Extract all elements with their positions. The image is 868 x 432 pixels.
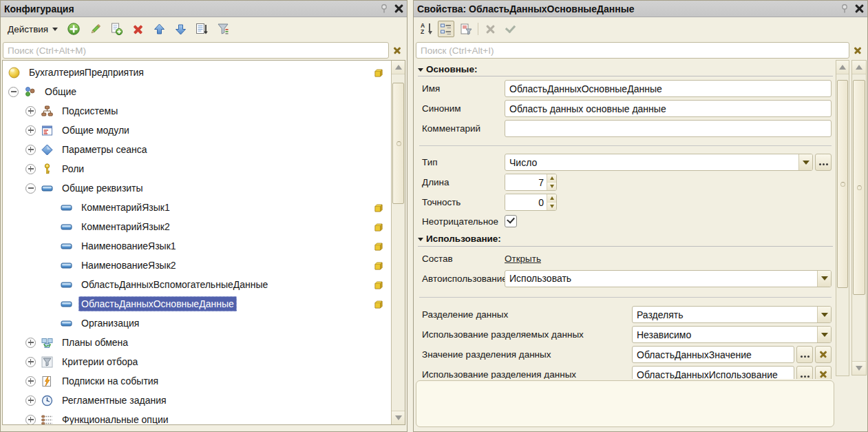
tree-item-scheduled-jobs[interactable]: Регламентные задания <box>3 391 391 410</box>
tree-item-exchange-plans[interactable]: Планы обмена <box>3 333 391 352</box>
tree-scroll-thumb[interactable] <box>392 83 404 204</box>
delete-button[interactable] <box>129 21 146 37</box>
move-up-button[interactable] <box>151 21 167 37</box>
filter-button[interactable] <box>215 21 231 37</box>
close-icon[interactable] <box>394 4 403 13</box>
scroll-up-icon[interactable] <box>392 61 405 74</box>
tree-item-session-parameters[interactable]: Параметры сеанса <box>3 140 391 159</box>
order-list-button[interactable] <box>193 21 210 37</box>
chevron-down-icon[interactable] <box>798 154 812 170</box>
scroll-up-icon[interactable] <box>836 61 849 74</box>
spin-up-icon[interactable] <box>547 174 556 183</box>
properties-inner-thumb[interactable] <box>837 80 848 288</box>
synonym-input[interactable] <box>505 100 832 117</box>
search-clear-icon[interactable] <box>393 46 402 55</box>
tree-item-common-modules[interactable]: Общие модули <box>3 121 391 140</box>
separation-value-ellipsis-button[interactable] <box>796 346 813 363</box>
tree-item-subsystems[interactable]: Подсистемы <box>3 101 391 121</box>
open-content-link[interactable]: Открыть <box>505 254 541 264</box>
section-main[interactable]: Основные: <box>418 63 833 76</box>
tree-item-attribute-selected[interactable]: ОбластьДанныхОсновныеДанные <box>3 294 391 313</box>
sort-alphabetical-button[interactable]: AZ <box>418 21 434 37</box>
attribute-pill-icon <box>61 240 72 252</box>
precision-input[interactable] <box>505 194 547 210</box>
tree-item-common-attributes[interactable]: Общие реквизиты <box>3 178 391 198</box>
expand-icon[interactable] <box>25 338 36 348</box>
expand-icon[interactable] <box>25 145 36 155</box>
separation-use-input[interactable] <box>632 366 794 379</box>
properties-toolbar: AZ <box>414 17 867 41</box>
tree-item-roles[interactable]: Роли <box>3 159 391 178</box>
event-subscriptions-icon <box>41 376 53 387</box>
comment-input[interactable] <box>505 120 832 137</box>
properties-outer-track[interactable] <box>852 74 866 361</box>
expand-icon[interactable] <box>25 125 36 136</box>
sort-categories-button[interactable] <box>438 21 454 37</box>
tree-item-attribute[interactable]: НаименованиеЯзык2 <box>3 256 391 275</box>
separation-value-clear-button[interactable] <box>815 346 832 363</box>
tree-scrollbar[interactable] <box>391 61 405 424</box>
type-combobox[interactable]: Число <box>505 154 813 171</box>
search-input[interactable] <box>3 42 389 59</box>
precision-stepper[interactable] <box>505 194 557 211</box>
tree-item-attribute[interactable]: Организация <box>3 313 391 333</box>
tree-item-attribute[interactable]: ОбластьДанныхВспомогательныеДанные <box>3 275 391 294</box>
pin-icon[interactable] <box>379 3 389 14</box>
actions-menu-button[interactable]: Действия <box>5 23 61 36</box>
copy-add-button[interactable] <box>108 21 125 37</box>
properties-scrollbar-outer[interactable] <box>851 60 867 376</box>
collapse-icon[interactable] <box>25 183 36 194</box>
chevron-down-icon[interactable] <box>817 271 831 287</box>
expand-icon[interactable] <box>25 376 36 387</box>
shared-data-use-combobox[interactable]: Независимо <box>632 326 832 343</box>
scroll-down-icon[interactable] <box>392 411 405 424</box>
collapse-icon[interactable] <box>8 87 19 97</box>
expand-icon[interactable] <box>25 106 36 116</box>
chevron-down-icon[interactable] <box>817 307 831 322</box>
tree-item-attribute[interactable]: КомментарийЯзык1 <box>3 198 391 217</box>
properties-search-input[interactable] <box>416 42 849 59</box>
tree-item-root[interactable]: БухгалтерияПредприятия <box>3 63 391 82</box>
spinner-buttons[interactable] <box>547 194 556 210</box>
filter-properties-button[interactable] <box>458 21 474 37</box>
properties-outer-thumb[interactable] <box>853 80 865 295</box>
nonnegative-checkbox[interactable] <box>505 215 517 227</box>
close-icon[interactable] <box>855 4 864 13</box>
property-description-box <box>416 380 834 427</box>
type-ellipsis-button[interactable] <box>815 154 832 171</box>
move-down-button[interactable] <box>172 21 189 37</box>
spin-up-icon[interactable] <box>547 194 556 203</box>
properties-search-clear-icon[interactable] <box>854 46 862 55</box>
separation-use-clear-button[interactable] <box>815 366 832 379</box>
spin-down-icon[interactable] <box>547 203 556 210</box>
tree-item-filter-criteria[interactable]: Критерии отбора <box>3 352 391 371</box>
section-usage[interactable]: Использование: <box>418 232 833 247</box>
expand-icon[interactable] <box>25 415 36 425</box>
length-stepper[interactable] <box>505 174 557 191</box>
chevron-down-icon[interactable] <box>817 327 831 342</box>
expand-icon[interactable] <box>25 395 36 406</box>
spinner-buttons[interactable] <box>547 174 556 190</box>
separation-value-input[interactable] <box>632 346 794 363</box>
edit-button[interactable] <box>87 21 103 37</box>
tree-item-attribute[interactable]: НаименованиеЯзык1 <box>3 236 391 256</box>
data-separation-combobox[interactable]: Разделять <box>632 306 832 323</box>
separation-use-ellipsis-button[interactable] <box>796 366 813 379</box>
scroll-down-icon[interactable] <box>852 361 866 375</box>
expand-icon[interactable] <box>25 164 36 174</box>
name-input[interactable] <box>505 80 832 97</box>
tree-scroll-track[interactable] <box>392 74 405 411</box>
autouse-combobox[interactable]: Использовать <box>505 270 832 287</box>
add-button[interactable] <box>65 21 82 37</box>
tree-item-common[interactable]: Общие <box>3 82 391 101</box>
tree-item-functional-options[interactable]: Функциональные опции <box>3 410 391 424</box>
pin-icon[interactable] <box>840 3 849 14</box>
properties-inner-track[interactable] <box>836 74 849 376</box>
length-input[interactable] <box>505 174 547 190</box>
properties-scrollbar-inner[interactable] <box>836 60 849 376</box>
expand-icon[interactable] <box>25 357 36 367</box>
tree-item-attribute[interactable]: КомментарийЯзык2 <box>3 217 391 236</box>
scroll-up-icon[interactable] <box>852 61 866 74</box>
tree-item-event-subscriptions[interactable]: Подписки на события <box>3 371 391 391</box>
spin-down-icon[interactable] <box>547 183 556 190</box>
